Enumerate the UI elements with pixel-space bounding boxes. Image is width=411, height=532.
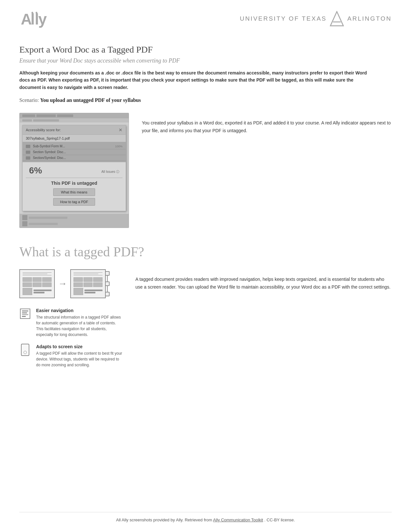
list-item-text: Sub-Symbol Form M...: [33, 144, 65, 148]
tagged-document-icon: [70, 269, 106, 298]
how-to-tag-button[interactable]: How to tag a PDF: [53, 198, 95, 206]
modal-header-text: Accessibility score for:: [26, 128, 61, 132]
scenario-bold: You upload an untagged PDF of your sylla…: [40, 97, 141, 103]
list-item-text: Section/Symbol: Disc...: [33, 156, 66, 160]
transform-arrow-icon: →: [58, 279, 67, 289]
easier-navigation-content: Easier navigation The structural informa…: [36, 308, 122, 338]
tagged-section-title: What is a tagged PDF?: [19, 244, 392, 260]
page-header: A l l y UNIVERSITY OF TEXAS ARLINGTON: [0, 0, 411, 35]
scenario-label: Scenario: You upload an untagged PDF of …: [19, 97, 392, 103]
screen-size-content: Adapts to screen size A tagged PDF will …: [36, 344, 122, 368]
modal-all-issues: All Issues ⓘ: [101, 170, 119, 174]
footer-link[interactable]: Ally Communication Toolkit: [213, 517, 263, 522]
plain-document-icon: [19, 269, 55, 298]
footer-text: All Ally screenshots provided by Ally. R…: [116, 517, 212, 522]
tagged-visual: →: [19, 269, 122, 374]
what-this-means-button[interactable]: What this means: [53, 188, 95, 196]
svg-marker-6: [330, 12, 343, 26]
uta-triangle-icon: [330, 11, 344, 26]
main-content: Export a Word Doc as a Tagged PDF Ensure…: [0, 35, 411, 400]
screen-size-title: Adapts to screen size: [36, 344, 122, 349]
modal-close-icon[interactable]: ✕: [119, 127, 122, 133]
list-item: Section Symbol: Disc...: [23, 149, 126, 155]
phone-shape-icon: [21, 344, 29, 356]
easier-navigation-title: Easier navigation: [36, 308, 122, 313]
modal-list: Sub-Symbol Form M... 100% Section Symbol…: [23, 142, 126, 162]
tag-connectors: [105, 271, 110, 296]
ally-logo: A l l y: [19, 9, 55, 28]
list-item: Section/Symbol: Disc...: [23, 155, 126, 161]
svg-point-5: [35, 12, 37, 14]
page-footer: All Ally screenshots provided by Ally. R…: [19, 512, 392, 522]
list-icon: [19, 308, 31, 320]
page-subtitle: Ensure that your Word Doc stays accessib…: [19, 57, 392, 64]
modal-header: Accessibility score for: ✕: [23, 125, 126, 135]
svg-text:y: y: [38, 11, 47, 28]
easier-navigation-description: The structural information in a tagged P…: [36, 314, 122, 338]
tagged-section: →: [19, 269, 392, 374]
list-item-text: Section Symbol: Disc...: [33, 150, 66, 154]
phone-icon: [19, 344, 31, 356]
page-description: Although keeping your documents as a .do…: [19, 69, 374, 91]
list-lines-icon: [20, 309, 30, 319]
screenshot-inner: Accessibility score for: ✕ 307syllabus_S…: [20, 113, 129, 228]
ally-screenshot: Accessibility score for: ✕ 307syllabus_S…: [19, 113, 129, 228]
tagged-section-description: A tagged document provides readers with …: [135, 269, 392, 291]
svg-point-4: [32, 12, 34, 14]
modal-main: 6% All Issues ⓘ This PDF is untagged Wha…: [23, 162, 126, 211]
uta-text: UNIVERSITY OF TEXAS: [240, 15, 327, 22]
doc-transform-illustration: →: [19, 269, 122, 298]
screen-size-description: A tagged PDF will allow the content to b…: [36, 350, 122, 368]
modal-percent: 6%: [29, 165, 42, 176]
scenario-description: You created your syllabus in a Word doc,…: [142, 113, 392, 135]
percent-row: 6% All Issues ⓘ: [26, 165, 122, 176]
modal-untagged-text: This PDF is untagged: [26, 181, 122, 186]
tagged-doc-container: [70, 269, 110, 298]
scenario-section: Accessibility score for: ✕ 307syllabus_S…: [19, 113, 392, 228]
footer-suffix: . CC-BY license.: [264, 517, 295, 522]
modal-filename: 307syllabus_Spring17-1.pdf: [23, 135, 126, 142]
feature-screen-size: Adapts to screen size A tagged PDF will …: [19, 344, 122, 368]
page-title: Export a Word Doc as a Tagged PDF: [19, 44, 392, 55]
list-item: Sub-Symbol Form M... 100%: [23, 143, 126, 149]
svg-text:A: A: [21, 11, 32, 28]
uta-logo: UNIVERSITY OF TEXAS ARLINGTON: [240, 11, 392, 26]
uta-arlington-text: ARLINGTON: [347, 15, 392, 22]
feature-easier-navigation: Easier navigation The structural informa…: [19, 308, 122, 338]
list-score: 100%: [115, 145, 122, 148]
